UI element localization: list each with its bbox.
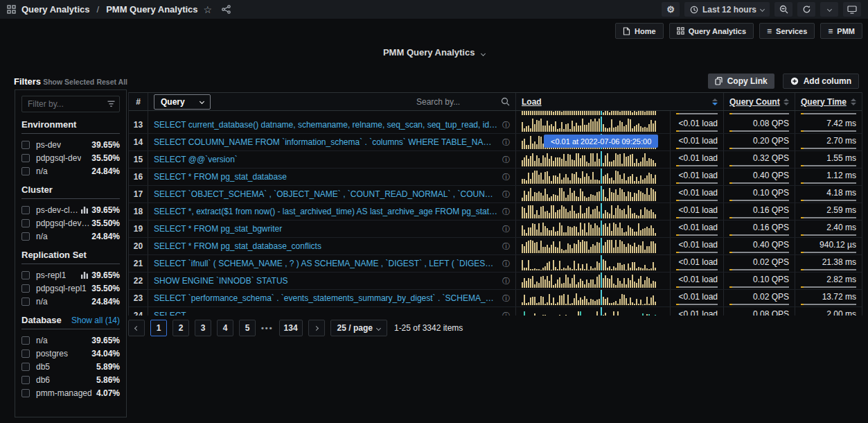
refresh-interval-dropdown[interactable] — [820, 2, 838, 17]
star-icon[interactable]: ☆ — [204, 5, 213, 15]
info-icon[interactable]: ⓘ — [502, 276, 510, 286]
filter-item[interactable]: postgres34.04% — [21, 347, 120, 360]
info-icon[interactable]: ⓘ — [502, 293, 510, 304]
info-icon[interactable]: ⓘ — [502, 241, 510, 252]
info-icon[interactable]: ⓘ — [502, 155, 510, 165]
filter-item-percent: 5.86% — [96, 375, 120, 385]
zoom-out-button[interactable] — [774, 2, 792, 17]
value-meter-bar — [676, 113, 718, 114]
info-icon[interactable]: ⓘ — [502, 120, 510, 130]
copy-link-button[interactable]: Copy Link — [708, 74, 774, 89]
info-icon[interactable]: ⓘ — [502, 259, 510, 269]
kiosk-mode-button[interactable] — [843, 2, 861, 17]
refresh-button[interactable] — [797, 2, 815, 17]
dashboard-settings-button[interactable]: ⚙ — [662, 2, 680, 17]
search-icon[interactable] — [501, 97, 510, 106]
query-time-value — [795, 111, 862, 116]
nav-link-query-analytics[interactable]: Query Analytics — [669, 23, 754, 39]
nav-link-pmm[interactable]: ≡ PMM — [820, 23, 862, 39]
page-button-5[interactable]: 5 — [239, 320, 256, 336]
query-time-column-header[interactable]: Query Time — [795, 93, 862, 110]
breadcrumb-section[interactable]: Query Analytics — [21, 4, 90, 15]
filter-item[interactable]: n/a39.65% — [21, 334, 120, 347]
filter-item[interactable]: pdpgsql-repl135.50% — [21, 282, 120, 295]
chevron-down-icon — [200, 99, 204, 104]
query-link[interactable]: SELECT `performance_schema` . `events_st… — [154, 293, 498, 303]
query-link[interactable]: SELECT `ifnull` ( SCHEMA_NAME , ? ) AS S… — [154, 259, 498, 268]
query-link[interactable]: SELECT current_database() datname, schem… — [154, 120, 498, 130]
checkbox[interactable] — [21, 219, 30, 227]
query-dimension-select[interactable]: Query — [154, 94, 211, 110]
sort-icons[interactable] — [712, 98, 718, 105]
query-link[interactable]: SELECT `OBJECT_SCHEMA` , `OBJECT_NAME` ,… — [154, 189, 498, 199]
sort-icons[interactable] — [851, 98, 856, 105]
checkbox[interactable] — [21, 284, 30, 293]
filter-item[interactable]: ps-dev39.65% — [21, 138, 120, 151]
query-link[interactable]: SELECT @@`version` — [154, 155, 498, 164]
page-button-3[interactable]: 3 — [195, 320, 211, 336]
query-link[interactable]: SELECT * FROM pg_stat_bgwriter — [154, 224, 498, 234]
nav-link-services[interactable]: ≡ Services — [759, 23, 815, 39]
time-range-picker[interactable]: Last 12 hours — [684, 2, 770, 17]
breadcrumb: Query Analytics / PMM Query Analytics ☆ — [7, 4, 231, 15]
filter-item[interactable]: n/a24.84% — [21, 164, 120, 178]
checkbox[interactable] — [21, 154, 30, 162]
load-column-header[interactable]: Load — [515, 93, 723, 110]
next-page-button[interactable] — [308, 320, 325, 336]
apps-grid-icon[interactable] — [7, 5, 16, 14]
filter-item[interactable]: n/a24.84% — [21, 295, 120, 308]
prev-page-button[interactable] — [128, 320, 145, 336]
checkbox[interactable] — [21, 206, 30, 214]
search-input[interactable] — [416, 97, 494, 107]
page-button-4[interactable]: 4 — [217, 320, 233, 336]
query-link[interactable]: SELECT * FROM pg_stat_database — [154, 172, 498, 182]
nav-link-home[interactable]: Home — [615, 23, 664, 39]
load-value: <0.01 load — [670, 255, 723, 272]
page-button-last[interactable]: 134 — [279, 320, 303, 336]
filter-item[interactable]: n/a24.84% — [21, 230, 120, 243]
info-icon[interactable]: ⓘ — [502, 311, 510, 316]
add-column-button[interactable]: Add column — [783, 74, 859, 89]
filter-by-input[interactable] — [21, 96, 120, 112]
share-icon[interactable] — [222, 5, 231, 14]
filter-item[interactable]: pdpgsql-dev35.50% — [21, 151, 120, 164]
filter-item[interactable]: db55.89% — [21, 360, 120, 373]
page-size-select[interactable]: 25 / page — [330, 320, 387, 336]
query-link[interactable]: SELECT ... — [154, 311, 498, 316]
checkbox[interactable] — [21, 167, 30, 175]
checkbox[interactable] — [21, 376, 30, 384]
query-cell: SELECT @@`version`ⓘ — [148, 151, 515, 168]
filter-item[interactable]: db65.86% — [21, 373, 120, 386]
filter-item[interactable]: pmm-managed4.07% — [21, 386, 120, 399]
checkbox[interactable] — [21, 363, 30, 371]
query-link[interactable]: SELECT * FROM pg_stat_database_conflicts — [154, 241, 498, 251]
checkbox[interactable] — [21, 336, 30, 345]
info-icon[interactable]: ⓘ — [502, 189, 510, 200]
reset-all-link[interactable]: Reset All — [96, 78, 127, 86]
info-icon[interactable]: ⓘ — [502, 137, 510, 148]
info-icon[interactable]: ⓘ — [502, 224, 510, 234]
checkbox[interactable] — [21, 349, 30, 358]
checkbox[interactable] — [21, 297, 30, 306]
show-selected-link[interactable]: Show Selected — [43, 78, 94, 86]
dashboard-title-row[interactable]: PMM Query Analytics — [0, 47, 868, 58]
checkbox[interactable] — [21, 232, 30, 241]
show-all-link[interactable]: Show all (14) — [71, 316, 120, 325]
checkbox[interactable] — [21, 141, 30, 149]
info-icon[interactable]: ⓘ — [502, 172, 510, 182]
query-link[interactable]: SHOW ENGINE `INNODB` STATUS — [154, 276, 498, 286]
checkbox[interactable] — [21, 389, 30, 397]
plus-circle-icon — [790, 77, 799, 85]
filter-item[interactable]: pdpgsql-dev-c...35.50% — [21, 216, 120, 230]
query-link[interactable]: SELECT *, extract($1 from now() - last_a… — [154, 207, 498, 216]
query-link[interactable]: SELECT COLUMN_NAME FROM `information_sch… — [154, 137, 498, 147]
page-button-2[interactable]: 2 — [172, 320, 189, 336]
breadcrumb-page[interactable]: PMM Query Analytics — [106, 4, 197, 15]
checkbox[interactable] — [21, 271, 30, 279]
sort-icons[interactable] — [783, 98, 789, 105]
filter-item[interactable]: ps-dev-cluster39.65% — [21, 203, 120, 216]
filter-item[interactable]: ps-repl139.65% — [21, 268, 120, 282]
page-button-1[interactable]: 1 — [150, 320, 167, 336]
info-icon[interactable]: ⓘ — [502, 207, 510, 217]
query-count-column-header[interactable]: Query Count — [723, 93, 795, 110]
